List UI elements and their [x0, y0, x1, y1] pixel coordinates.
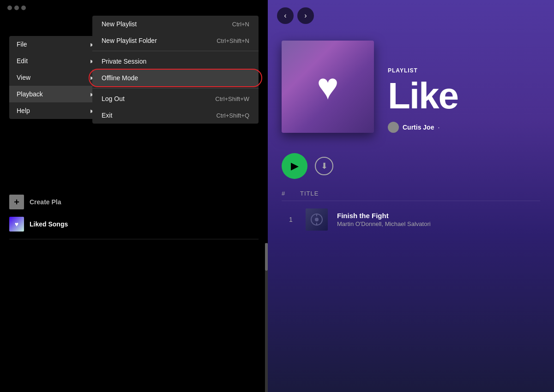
submenu-private-session[interactable]: Private Session: [92, 53, 259, 70]
sidebar-library: + Create Pla ♥ Liked Songs: [0, 191, 268, 243]
menu-bar: File ▶ Edit ▶ View ▶ Playback ▶ Help ▶: [9, 36, 102, 119]
menu-item-edit[interactable]: Edit ▶: [9, 53, 102, 69]
track-list: # TITLE 1 Finish the Fight Martin O'D: [268, 186, 554, 234]
dot-2: [14, 6, 19, 10]
playlist-author: Curtis Joe ·: [388, 122, 540, 133]
track-thumbnail: [306, 208, 328, 231]
window-controls: [7, 6, 26, 10]
download-button[interactable]: ⬇: [315, 157, 333, 175]
playlist-type-label: PLAYLIST: [388, 67, 540, 74]
playlist-info: PLAYLIST Like Curtis Joe ·: [388, 67, 540, 133]
table-row[interactable]: 1 Finish the Fight Martin O'Donnell, Mic…: [282, 205, 540, 234]
scrollbar-track[interactable]: [265, 243, 268, 392]
col-header-title: TITLE: [300, 190, 540, 197]
playback-controls: ▶ ⬇: [268, 142, 554, 186]
menu-item-file[interactable]: File ▶: [9, 36, 102, 53]
sidebar: File ▶ Edit ▶ View ▶ Playback ▶ Help ▶: [0, 0, 268, 392]
heart-icon: ♥: [317, 65, 339, 108]
sidebar-scroll-area: [0, 243, 268, 392]
playlist-title: Like: [388, 77, 540, 114]
album-art: ♥: [282, 41, 374, 133]
track-number: 1: [282, 216, 300, 223]
back-button[interactable]: ‹: [277, 7, 294, 24]
submenu-new-playlist-folder[interactable]: New Playlist Folder Ctrl+Shift+N: [92, 32, 259, 49]
menu-item-help[interactable]: Help ▶: [9, 102, 102, 119]
liked-songs-button[interactable]: ♥ Liked Songs: [4, 213, 264, 235]
author-avatar: [388, 122, 399, 133]
track-thumbnail-inner: [306, 208, 328, 231]
track-list-header: # TITLE: [282, 186, 540, 201]
submenu-exit[interactable]: Exit Ctrl+Shift+Q: [92, 107, 259, 124]
create-playlist-label: Create Pla: [30, 198, 61, 206]
title-bar: [0, 0, 268, 16]
svg-point-1: [315, 218, 319, 221]
menu-item-playback[interactable]: Playback ▶: [9, 86, 102, 102]
submenu-divider-2: [92, 88, 259, 89]
submenu-offline-mode[interactable]: Offline Mode: [92, 70, 259, 86]
main-panel: ‹ › ♥ PLAYLIST Like Curtis Joe · ▶ ⬇ # T…: [268, 0, 554, 392]
author-separator: ·: [438, 124, 440, 131]
liked-songs-label: Liked Songs: [30, 220, 68, 228]
play-button[interactable]: ▶: [282, 153, 307, 179]
liked-songs-icon: ♥: [9, 217, 24, 232]
create-icon: +: [9, 195, 24, 209]
track-info: Finish the Fight Martin O'Donnell, Micha…: [337, 212, 540, 227]
forward-button[interactable]: ›: [297, 7, 314, 24]
dot-1: [7, 6, 12, 10]
author-name: Curtis Joe: [403, 124, 434, 131]
create-playlist-button[interactable]: + Create Pla: [4, 191, 264, 213]
track-name: Finish the Fight: [337, 212, 540, 220]
col-header-num: #: [282, 190, 300, 197]
track-artist: Martin O'Donnell, Michael Salvatori: [337, 220, 540, 227]
scrollbar-thumb[interactable]: [265, 243, 268, 271]
dot-3: [21, 6, 26, 10]
menu-item-view[interactable]: View ▶: [9, 69, 102, 86]
submenu-new-playlist[interactable]: New Playlist Ctrl+N: [92, 16, 259, 32]
submenu-log-out[interactable]: Log Out Ctrl+Shift+W: [92, 90, 259, 107]
nav-buttons: ‹ ›: [268, 0, 554, 31]
submenu-divider-1: [92, 51, 259, 51]
submenu: New Playlist Ctrl+N New Playlist Folder …: [92, 16, 259, 124]
playlist-header: ♥ PLAYLIST Like Curtis Joe ·: [268, 31, 554, 142]
sidebar-divider: [9, 239, 259, 239]
